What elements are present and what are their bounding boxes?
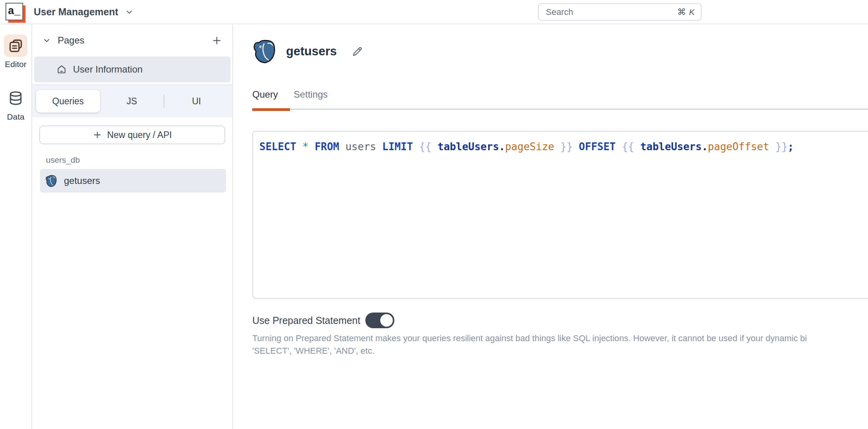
search-box[interactable]: ⌘ K: [538, 3, 702, 21]
page-item-label: User Information: [73, 64, 142, 75]
tab-query[interactable]: Query: [252, 88, 278, 101]
sql-code-line: SELECT * FROM users LIMIT {{ tableUsers.…: [259, 140, 862, 154]
tab-js[interactable]: JS: [100, 90, 164, 113]
app-title-dropdown[interactable]: User Management: [34, 0, 134, 24]
app-logo: a_: [5, 3, 26, 23]
plus-icon: [93, 130, 102, 140]
page-item-user-information[interactable]: User Information: [34, 56, 230, 82]
app-root: a_ User Management ⌘ K: [0, 0, 868, 429]
pages-collapse-chevron-icon[interactable]: [42, 36, 51, 45]
editor-tabs: Query Settings: [252, 88, 868, 110]
prepared-statement-description-line2: 'SELECT', 'WHERE', 'AND', etc.: [252, 345, 868, 357]
search-input[interactable]: [545, 7, 677, 18]
rail-item-data[interactable]: Data: [4, 87, 27, 122]
toggle-knob: [380, 314, 393, 327]
topbar: a_ User Management ⌘ K: [0, 0, 868, 24]
datasource-group-label: users_db: [46, 155, 232, 165]
rail-label-editor: Editor: [5, 60, 27, 69]
pages-stack-icon: [8, 38, 24, 54]
rail-item-editor[interactable]: Editor: [4, 35, 27, 69]
postgres-icon: [252, 39, 277, 64]
pages-header: Pages: [32, 24, 232, 56]
edit-name-pencil-icon[interactable]: [351, 45, 363, 58]
query-header: getusers: [252, 39, 868, 64]
prepared-statement-label: Use Prepared Statement: [252, 315, 360, 326]
query-editor: getusers Query Settings SELECT * FROM us…: [233, 24, 868, 429]
query-item-label: getusers: [64, 175, 100, 186]
tab-ui[interactable]: UI: [164, 90, 228, 113]
prepared-statement-row: Use Prepared Statement: [252, 312, 868, 329]
sql-editor[interactable]: SELECT * FROM users LIMIT {{ tableUsers.…: [252, 131, 868, 299]
prepared-statement-toggle[interactable]: [365, 313, 394, 328]
entity-tabs: Queries JS UI: [32, 85, 232, 117]
editor-icon-box: [4, 35, 27, 57]
rail-label-data: Data: [7, 112, 24, 122]
query-item-getusers[interactable]: getusers: [40, 169, 226, 193]
home-icon: [56, 64, 67, 75]
app-title: User Management: [34, 6, 118, 18]
new-query-label: New query / API: [107, 130, 172, 140]
logo-box: a_: [5, 3, 23, 20]
shortcut-key-label: K: [689, 7, 695, 17]
tab-queries[interactable]: Queries: [36, 90, 100, 113]
add-page-icon[interactable]: [212, 35, 222, 46]
pages-panel: Pages User Information Queries JS: [32, 24, 233, 429]
postgres-icon: [45, 175, 57, 187]
tab-settings[interactable]: Settings: [294, 88, 328, 101]
prepared-statement-description-line1: Turning on Prepared Statement makes your…: [252, 332, 868, 345]
search-shortcut: ⌘ K: [677, 7, 695, 17]
logo-text: a_: [8, 5, 20, 16]
body: Editor Data: [0, 24, 868, 429]
data-icon-box: [4, 87, 27, 109]
command-icon: ⌘: [677, 7, 686, 17]
query-name: getusers: [286, 44, 337, 58]
database-icon: [7, 90, 24, 107]
pages-title: Pages: [58, 35, 212, 46]
chevron-down-icon: [125, 7, 134, 16]
left-rail: Editor Data: [0, 24, 32, 429]
new-query-button[interactable]: New query / API: [39, 125, 225, 144]
